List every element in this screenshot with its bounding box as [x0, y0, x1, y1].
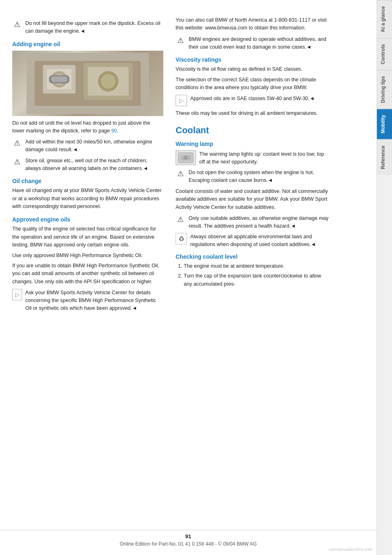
lamp-svg: [178, 152, 194, 163]
viscosity-body3: These oils may be used for driving in al…: [176, 110, 331, 117]
additives-warning-icon: ⚠: [176, 36, 185, 45]
suitable-additives-text: Only use suitable additives, as otherwis…: [189, 215, 331, 230]
top-warning-box: ⚠ Do not fill beyond the upper mark on t…: [12, 20, 163, 35]
add-oil-warning: ⚠ Add oil within the next 30 miles/50 km…: [12, 138, 163, 154]
environmental-text: Always observe all applicable environmen…: [190, 233, 331, 248]
add-oil-warning-text: Add oil within the next 30 miles/50 km, …: [25, 138, 163, 154]
main-content: ⚠ Do not fill beyond the upper mark on t…: [0, 0, 376, 555]
cooling-warning-text: Do not open the cooling system when the …: [189, 169, 331, 184]
coolant-body1: Coolant consists of water and coolant ad…: [176, 188, 331, 211]
viscosity-heading: Viscosity ratings: [176, 56, 331, 63]
adding-oil-body: Do not add oil until the oil level has d…: [12, 119, 163, 135]
arrow-note-icon: ▷: [12, 289, 22, 300]
suitable-additives-warning: ⚠ Only use suitable additives, as otherw…: [176, 215, 331, 230]
left-column: ⚠ Do not fill beyond the upper mark on t…: [12, 16, 163, 315]
sidebar-tab-controls[interactable]: Controls: [377, 38, 392, 70]
north-america-body: You can also call BMW of North America a…: [176, 16, 331, 32]
page-link-90[interactable]: 90: [111, 128, 117, 134]
approved-oils-body2: Use only approved BMW High Performance S…: [12, 252, 163, 260]
store-oil-warning-text: Store oil, grease etc., well out of the …: [25, 157, 163, 172]
warning-lamp-text: The warning lamp lights up: coolant leve…: [199, 150, 331, 166]
additives-warning-text: BMW engines are designed to operate with…: [189, 36, 331, 51]
triangle-warning-icon: ⚠: [12, 20, 22, 29]
footer-copyright: Online Edition for Part-No. 01 41 0 158 …: [0, 541, 376, 547]
columns: ⚠ Do not fill beyond the upper mark on t…: [12, 16, 368, 315]
cooling-system-warning: ⚠ Do not open the cooling system when th…: [176, 169, 331, 184]
engine-svg: [27, 53, 149, 114]
suitable-additives-icon: ⚠: [176, 215, 185, 224]
environmental-warning: ♻ Always observe all applicable environm…: [176, 233, 331, 248]
coolant-step-2: Turn the cap of the expansion tank count…: [184, 272, 331, 288]
approved-oils-body1: The quality of the engine oil selected h…: [12, 225, 163, 249]
coolant-steps: The engine must be at ambient temperatur…: [176, 262, 331, 288]
viscosity-body1: Viscosity is the oil flow rating as defi…: [176, 65, 331, 73]
oil-change-heading: Oil change: [12, 178, 163, 184]
sidebar: At a glance Controls Driving tips Mobili…: [376, 0, 392, 555]
watermark: carmanualsonline.info: [329, 547, 372, 552]
page-wrapper: ⚠ Do not fill beyond the upper mark on t…: [0, 0, 392, 555]
engine-oil-image-inner: [12, 51, 163, 116]
sidebar-tab-at-a-glance[interactable]: At a glance: [377, 0, 392, 38]
store-oil-warning-icon: ⚠: [12, 157, 22, 167]
sidebar-tab-mobility[interactable]: Mobility: [377, 109, 392, 139]
warning-lamp-icon: [176, 150, 196, 165]
recycle-icon: ♻: [176, 233, 187, 244]
approved-oils-heading: Approved engine oils: [12, 216, 163, 223]
svg-point-15: [184, 156, 188, 160]
sidebar-tab-driving-tips[interactable]: Driving tips: [377, 70, 392, 109]
sae-note-text: Approved oils are in SAE classes 5W-40 a…: [190, 95, 314, 103]
page-footer: 91 Online Edition for Part-No. 01 41 0 1…: [0, 530, 376, 547]
adding-engine-oil-heading: Adding engine oil: [12, 41, 163, 47]
coolant-heading: Coolant: [176, 125, 331, 136]
cooling-warning-icon: ⚠: [176, 169, 185, 179]
sae-note: ▷ Approved oils are in SAE classes 5W-40…: [176, 95, 331, 106]
approved-oils-body3: If you are unable to obtain BMW High Per…: [12, 262, 163, 286]
page-number: 91: [0, 533, 376, 539]
top-warning-text: Do not fill beyond the upper mark on the…: [25, 20, 163, 35]
approved-oils-note: ▷ Ask your BMW Sports Activity Vehicle C…: [12, 289, 163, 312]
viscosity-body2: The selection of the correct SAE class d…: [176, 76, 331, 92]
svg-point-9: [101, 74, 116, 89]
warning-lamp-heading: Warning lamp: [176, 141, 331, 147]
sae-arrow-icon: ▷: [176, 95, 187, 106]
svg-rect-11: [51, 76, 67, 82]
oil-change-body: Have oil changed only at your BMW Sports…: [12, 187, 163, 210]
add-oil-warning-icon: ⚠: [12, 138, 22, 148]
lamp-row: The warning lamp lights up: coolant leve…: [176, 150, 331, 166]
sidebar-tab-reference[interactable]: Reference: [377, 139, 392, 175]
engine-oil-image: [12, 51, 163, 116]
approved-oils-note-text: Ask your BMW Sports Activity Vehicle Cen…: [25, 289, 163, 312]
checking-coolant-heading: Checking coolant level: [176, 253, 331, 260]
right-column: You can also call BMW of North America a…: [176, 16, 331, 315]
store-oil-warning: ⚠ Store oil, grease etc., well out of th…: [12, 157, 163, 172]
coolant-step-1: The engine must be at ambient temperatur…: [184, 262, 331, 270]
additives-warning: ⚠ BMW engines are designed to operate wi…: [176, 36, 331, 51]
